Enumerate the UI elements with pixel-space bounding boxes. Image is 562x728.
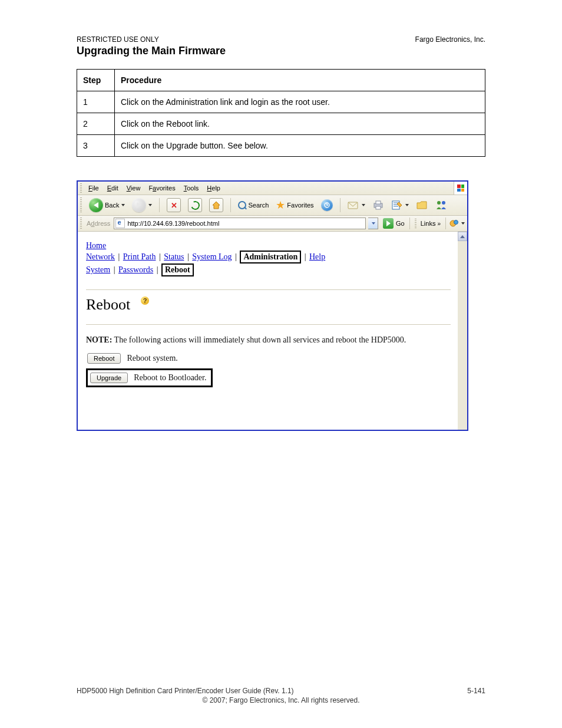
- nav-system[interactable]: System: [86, 265, 110, 274]
- page-footer: HDP5000 High Definition Card Printer/Enc…: [77, 687, 485, 704]
- reboot-button[interactable]: Reboot: [87, 353, 121, 364]
- address-label: Address: [87, 220, 111, 227]
- menu-file[interactable]: File: [84, 183, 103, 193]
- page-title: Reboot: [86, 296, 130, 314]
- history-icon: [321, 199, 333, 211]
- nav-status[interactable]: Status: [164, 252, 184, 261]
- favorites-button[interactable]: ★ Favorites: [273, 197, 316, 213]
- reboot-row: Reboot Reboot system.: [87, 353, 451, 364]
- address-input[interactable]: http://10.244.69.139/reboot.html: [114, 218, 366, 229]
- address-url: http://10.244.69.139/reboot.html: [127, 220, 219, 227]
- pre-header: RESTRICTED USE ONLY Fargo Electronics, I…: [77, 35, 485, 44]
- toolbar-grip: [80, 218, 82, 229]
- back-button[interactable]: Back: [87, 197, 127, 213]
- go-icon: [383, 218, 394, 229]
- chevron-down-icon: [148, 204, 152, 206]
- extra-toolbar-icon[interactable]: [445, 218, 467, 229]
- chevron-down-icon: [405, 204, 409, 206]
- nav-administration-highlighted[interactable]: Administration: [240, 251, 301, 263]
- browser-screenshot: File Edit View Favorites Tools Help Back: [77, 180, 468, 431]
- table-row: 3 Click on the Upgrade button. See below…: [77, 135, 485, 157]
- section-heading: Upgrading the Main Firmware: [77, 45, 485, 57]
- messenger-button[interactable]: [432, 197, 450, 213]
- toolbar-grip: [80, 197, 82, 213]
- links-menu[interactable]: Links »: [409, 218, 443, 229]
- chevron-down-icon: [461, 222, 465, 225]
- divider: [86, 289, 451, 290]
- toolbar-grip: [80, 183, 82, 193]
- help-book-icon[interactable]: ?: [134, 299, 149, 311]
- menu-edit[interactable]: Edit: [103, 183, 123, 193]
- edit-icon: [391, 200, 403, 210]
- forward-button[interactable]: [130, 197, 154, 213]
- menu-view[interactable]: View: [123, 183, 145, 193]
- nav-network[interactable]: Network: [86, 252, 115, 261]
- nav-home[interactable]: Home: [86, 241, 106, 250]
- chevron-right-icon: »: [437, 220, 441, 227]
- address-bar: Address http://10.244.69.139/reboot.html…: [78, 216, 467, 232]
- svg-point-7: [442, 201, 445, 205]
- toolbar-grip: [415, 219, 416, 228]
- page-content: Home Network | Print Path | Status | Sys…: [78, 232, 467, 430]
- print-button[interactable]: [370, 197, 386, 213]
- svg-rect-3: [376, 201, 381, 204]
- steps-table: Step Procedure 1 Click on the Administra…: [77, 69, 485, 157]
- windows-flag-icon: [454, 182, 467, 195]
- refresh-button[interactable]: [186, 197, 204, 213]
- separator: [230, 198, 231, 212]
- nav-passwords[interactable]: Passwords: [118, 265, 153, 274]
- chevron-down-icon: [362, 204, 365, 206]
- menu-favorites[interactable]: Favorites: [144, 183, 179, 193]
- nav-system-log[interactable]: System Log: [192, 252, 232, 261]
- back-icon: [89, 198, 103, 212]
- nav-help[interactable]: Help: [309, 252, 325, 261]
- home-button[interactable]: [207, 197, 226, 213]
- search-icon: [238, 201, 246, 209]
- page-icon: [115, 219, 125, 228]
- folder-icon: [416, 200, 428, 210]
- people-icon: [435, 200, 448, 210]
- breadcrumb-nav: Home Network | Print Path | Status | Sys…: [86, 241, 451, 276]
- footer-right: 5-141: [467, 687, 485, 695]
- svg-point-9: [454, 220, 458, 225]
- scroll-up-button[interactable]: [458, 232, 467, 241]
- go-button[interactable]: Go: [381, 218, 407, 229]
- table-row: 1 Click on the Administration link and l…: [77, 91, 485, 113]
- svg-point-6: [437, 201, 441, 205]
- print-icon: [372, 200, 384, 210]
- separator: [159, 198, 160, 212]
- menu-help[interactable]: Help: [203, 183, 224, 193]
- home-icon: [209, 198, 223, 212]
- chevron-down-icon: [121, 204, 125, 206]
- history-button[interactable]: [319, 197, 335, 213]
- mail-button[interactable]: [345, 197, 368, 213]
- browser-menubar: File Edit View Favorites Tools Help: [78, 182, 467, 195]
- stop-icon: ✕: [167, 198, 181, 212]
- search-button[interactable]: Search: [236, 197, 271, 213]
- discuss-button[interactable]: [414, 197, 430, 213]
- svg-rect-4: [376, 206, 381, 209]
- refresh-icon: [188, 198, 202, 212]
- footer-left: HDP5000 High Definition Card Printer/Enc…: [77, 687, 294, 695]
- globe-icon: [449, 219, 459, 228]
- separator: [340, 198, 340, 212]
- stop-button[interactable]: ✕: [164, 197, 183, 213]
- edit-button[interactable]: [389, 197, 411, 213]
- divider: [86, 324, 451, 325]
- chevron-down-icon: [372, 222, 375, 225]
- page-title-row: Reboot ?: [86, 296, 451, 314]
- star-icon: ★: [276, 200, 285, 210]
- nav-print-path[interactable]: Print Path: [123, 252, 156, 261]
- table-row: 2 Click on the Reboot link.: [77, 113, 485, 135]
- forward-icon: [132, 198, 146, 212]
- browser-toolbar: Back ✕ Search: [78, 195, 467, 216]
- steps-header-proc: Procedure: [115, 70, 485, 91]
- footer-copyright: © 2007; Fargo Electronics, Inc. All righ…: [77, 696, 485, 704]
- upgrade-button[interactable]: Upgrade: [90, 373, 128, 383]
- upgrade-description: Reboot to Bootloader.: [134, 373, 206, 383]
- nav-reboot-highlighted[interactable]: Reboot: [161, 263, 194, 276]
- upgrade-highlight-box: Upgrade Reboot to Bootloader.: [86, 368, 213, 387]
- note-line: NOTE: The following actions will immedia…: [86, 335, 451, 345]
- address-dropdown-button[interactable]: [368, 218, 378, 229]
- menu-tools[interactable]: Tools: [180, 183, 203, 193]
